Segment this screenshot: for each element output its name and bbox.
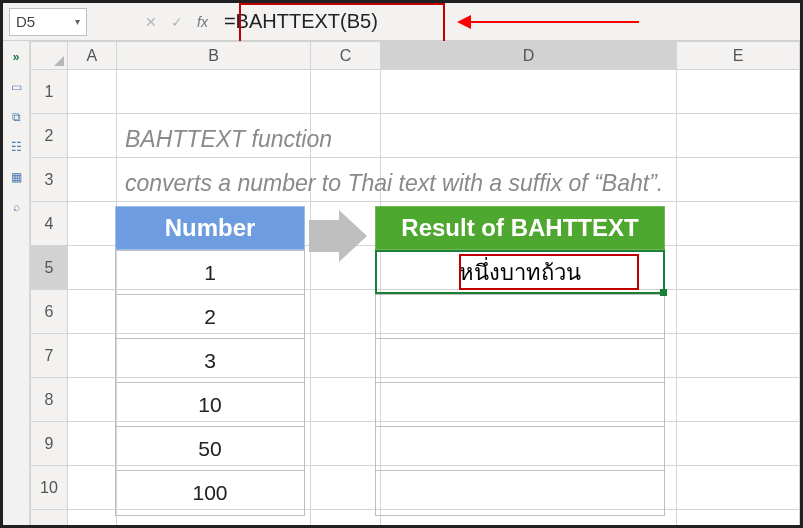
name-box[interactable]: D5 ▾ (9, 8, 87, 36)
row-header-5[interactable]: 5 (31, 246, 68, 290)
col-header-D[interactable]: D (380, 42, 677, 70)
spreadsheet-grid[interactable]: A B C D E 1 2 3 4 5 6 7 8 9 10 (30, 41, 800, 525)
select-all-corner[interactable] (31, 42, 68, 70)
col-header-C[interactable]: C (311, 42, 381, 70)
row-header-1[interactable]: 1 (31, 70, 68, 114)
tool-icon-1[interactable]: ▭ (8, 79, 24, 95)
formula-text: =BAHTTEXT(B5) (224, 10, 378, 33)
row-header-9[interactable]: 9 (31, 422, 68, 466)
row-header-4[interactable]: 4 (31, 202, 68, 246)
row-header-2[interactable]: 2 (31, 114, 68, 158)
name-box-value: D5 (16, 13, 35, 30)
row-header-3[interactable]: 3 (31, 158, 68, 202)
expand-icon[interactable]: » (8, 49, 24, 65)
formula-bar: D5 ▾ ✕ ✓ fx =BAHTTEXT(B5) (3, 3, 800, 41)
row-header-11[interactable] (31, 510, 68, 526)
tool-icon-2[interactable]: ⧉ (8, 109, 24, 125)
col-header-B[interactable]: B (116, 42, 310, 70)
dropdown-icon[interactable]: ▾ (75, 16, 80, 27)
side-toolbar: » ▭ ⧉ ☷ ▦ ⌕ (3, 41, 30, 525)
col-header-E[interactable]: E (677, 42, 800, 70)
tool-icon-4[interactable]: ▦ (8, 169, 24, 185)
col-header-A[interactable]: A (67, 42, 116, 70)
formula-input[interactable]: =BAHTTEXT(B5) (214, 8, 800, 36)
tool-icon-5[interactable]: ⌕ (8, 199, 24, 215)
fx-icon[interactable]: fx (197, 14, 208, 30)
cancel-icon[interactable]: ✕ (145, 14, 157, 30)
row-header-10[interactable]: 10 (31, 466, 68, 510)
tool-icon-3[interactable]: ☷ (8, 139, 24, 155)
row-header-7[interactable]: 7 (31, 334, 68, 378)
confirm-icon[interactable]: ✓ (171, 14, 183, 30)
row-header-6[interactable]: 6 (31, 290, 68, 334)
row-header-8[interactable]: 8 (31, 378, 68, 422)
formula-bar-icons: ✕ ✓ fx (139, 14, 214, 30)
